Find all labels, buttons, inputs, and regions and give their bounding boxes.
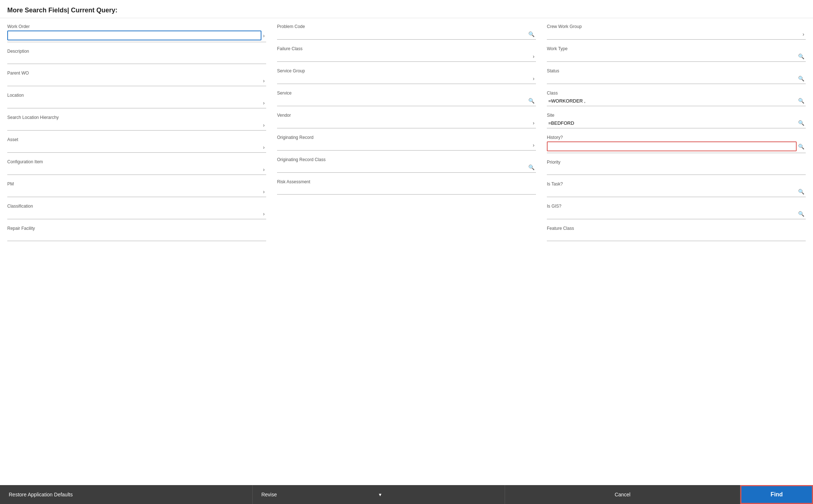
search-icon-originating-record-class[interactable]: 🔍 bbox=[527, 164, 536, 171]
label-risk-assessment: Risk Assessment bbox=[277, 179, 536, 184]
search-icon-service[interactable]: 🔍 bbox=[527, 97, 536, 104]
label-site: Site bbox=[547, 113, 806, 118]
chevron-icon-asset[interactable]: › bbox=[261, 144, 266, 151]
input-priority[interactable] bbox=[547, 166, 806, 173]
field-group-classification: Classification› bbox=[7, 204, 266, 219]
label-classification: Classification bbox=[7, 204, 266, 209]
input-work-order[interactable] bbox=[7, 31, 261, 40]
chevron-icon-work-order[interactable]: › bbox=[261, 32, 266, 39]
field-group-risk-assessment: Risk Assessment bbox=[277, 179, 536, 195]
field-group-parent-wo: Parent WO› bbox=[7, 71, 266, 86]
cancel-label: Cancel bbox=[614, 492, 630, 497]
field-group-originating-record-class: Originating Record Class🔍 bbox=[277, 157, 536, 173]
chevron-icon-originating-record[interactable]: › bbox=[531, 141, 536, 149]
revise-chevron-icon: ▾ bbox=[379, 492, 496, 497]
label-is-task: Is Task? bbox=[547, 181, 806, 187]
input-site[interactable] bbox=[547, 120, 797, 127]
fields-grid: Work Order›DescriptionParent WO›Location… bbox=[7, 24, 806, 248]
chevron-icon-classification[interactable]: › bbox=[261, 210, 266, 217]
field-group-repair-facility: Repair Facility bbox=[7, 226, 266, 241]
field-group-status: Status🔍 bbox=[547, 68, 806, 84]
restore-defaults-button[interactable]: Restore Application Defaults bbox=[0, 485, 252, 504]
input-work-type[interactable] bbox=[547, 53, 797, 60]
search-icon-site[interactable]: 🔍 bbox=[797, 119, 806, 127]
label-originating-record: Originating Record bbox=[277, 135, 536, 140]
label-work-type: Work Type bbox=[547, 46, 806, 51]
input-originating-record-class[interactable] bbox=[277, 164, 527, 171]
input-location[interactable] bbox=[7, 100, 261, 107]
column-0: Work Order›DescriptionParent WO›Location… bbox=[7, 24, 266, 248]
input-asset[interactable] bbox=[7, 144, 261, 151]
column-2: Crew Work Group›Work Type🔍Status🔍Class🔍S… bbox=[547, 24, 806, 248]
input-search-location-hierarchy[interactable] bbox=[7, 122, 261, 129]
field-group-history: History?🔍 bbox=[547, 135, 806, 153]
field-group-failure-class: Failure Class› bbox=[277, 46, 536, 62]
chevron-icon-crew-work-group[interactable]: › bbox=[801, 31, 806, 38]
find-button[interactable]: Find bbox=[740, 485, 813, 504]
input-feature-class[interactable] bbox=[547, 232, 806, 239]
input-service-group[interactable] bbox=[277, 75, 531, 82]
label-repair-facility: Repair Facility bbox=[7, 226, 266, 231]
label-crew-work-group: Crew Work Group bbox=[547, 24, 806, 29]
label-failure-class: Failure Class bbox=[277, 46, 536, 51]
chevron-icon-vendor[interactable]: › bbox=[531, 119, 536, 127]
search-icon-status[interactable]: 🔍 bbox=[797, 75, 806, 82]
input-classification[interactable] bbox=[7, 211, 261, 217]
chevron-icon-search-location-hierarchy[interactable]: › bbox=[261, 121, 266, 129]
label-originating-record-class: Originating Record Class bbox=[277, 157, 536, 162]
input-is-task[interactable] bbox=[547, 188, 797, 195]
input-row-originating-record: › bbox=[277, 141, 536, 151]
chevron-icon-configuration-item[interactable]: › bbox=[261, 166, 266, 173]
input-status[interactable] bbox=[547, 75, 797, 82]
search-icon-work-type[interactable]: 🔍 bbox=[797, 53, 806, 60]
label-service: Service bbox=[277, 91, 536, 96]
chevron-icon-service-group[interactable]: › bbox=[531, 75, 536, 82]
search-icon-problem-code[interactable]: 🔍 bbox=[527, 31, 536, 38]
label-location: Location bbox=[7, 93, 266, 98]
input-row-asset: › bbox=[7, 144, 266, 153]
input-failure-class[interactable] bbox=[277, 53, 531, 60]
input-pm[interactable] bbox=[7, 188, 261, 195]
input-description[interactable] bbox=[7, 55, 266, 62]
search-icon-history[interactable]: 🔍 bbox=[797, 143, 806, 150]
input-problem-code[interactable] bbox=[277, 31, 527, 38]
search-icon-class[interactable]: 🔍 bbox=[797, 97, 806, 104]
input-row-feature-class bbox=[547, 232, 806, 241]
input-repair-facility[interactable] bbox=[7, 232, 266, 239]
chevron-icon-failure-class[interactable]: › bbox=[531, 53, 536, 60]
input-row-description bbox=[7, 55, 266, 64]
chevron-icon-pm[interactable]: › bbox=[261, 188, 266, 195]
label-description: Description bbox=[7, 49, 266, 54]
input-class[interactable] bbox=[547, 97, 797, 104]
input-parent-wo[interactable] bbox=[7, 77, 261, 84]
input-row-service: 🔍 bbox=[277, 97, 536, 106]
input-configuration-item[interactable] bbox=[7, 166, 261, 173]
chevron-icon-location[interactable]: › bbox=[261, 99, 266, 107]
field-group-work-type: Work Type🔍 bbox=[547, 46, 806, 62]
input-row-work-type: 🔍 bbox=[547, 53, 806, 62]
column-1: Problem Code🔍Failure Class›Service Group… bbox=[277, 24, 536, 248]
input-row-classification: › bbox=[7, 210, 266, 219]
input-service[interactable] bbox=[277, 97, 527, 104]
input-risk-assessment[interactable] bbox=[277, 186, 536, 193]
chevron-icon-parent-wo[interactable]: › bbox=[261, 77, 266, 84]
input-row-search-location-hierarchy: › bbox=[7, 121, 266, 131]
input-originating-record[interactable] bbox=[277, 142, 531, 149]
search-icon-is-task[interactable]: 🔍 bbox=[797, 188, 806, 195]
input-row-vendor: › bbox=[277, 119, 536, 128]
revise-button[interactable]: Revise ▾ bbox=[252, 485, 505, 504]
input-row-site: 🔍 bbox=[547, 119, 806, 128]
field-group-location: Location› bbox=[7, 93, 266, 108]
input-row-problem-code: 🔍 bbox=[277, 31, 536, 40]
page-title: More Search Fields| Current Query: bbox=[7, 7, 806, 14]
search-icon-is-gis[interactable]: 🔍 bbox=[797, 210, 806, 217]
input-row-repair-facility bbox=[7, 232, 266, 241]
input-row-status: 🔍 bbox=[547, 75, 806, 84]
input-crew-work-group[interactable] bbox=[547, 31, 801, 38]
field-group-vendor: Vendor› bbox=[277, 113, 536, 128]
input-vendor[interactable] bbox=[277, 120, 531, 127]
cancel-button[interactable]: Cancel bbox=[505, 485, 740, 504]
input-history[interactable] bbox=[547, 141, 797, 151]
field-group-problem-code: Problem Code🔍 bbox=[277, 24, 536, 40]
input-is-gis[interactable] bbox=[547, 211, 797, 217]
